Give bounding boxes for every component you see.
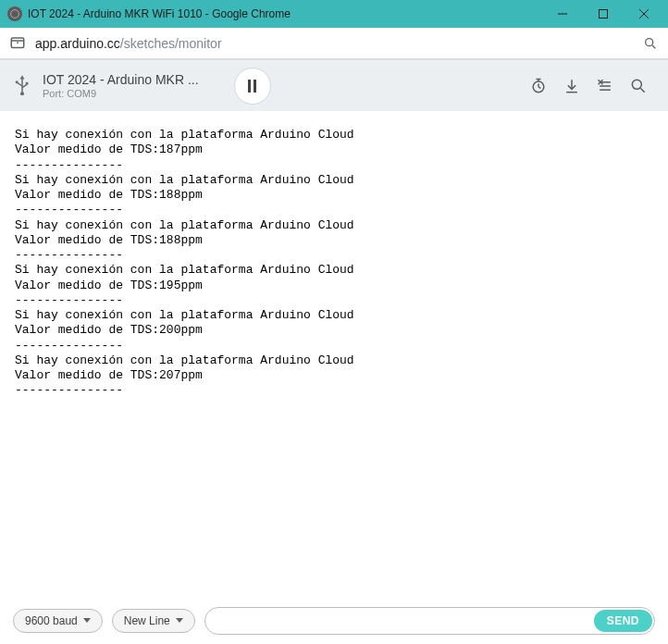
bottom-bar: 9600 baud New Line SEND: [0, 596, 668, 644]
pwa-install-icon[interactable]: [9, 35, 26, 52]
line-ending-select[interactable]: New Line: [112, 609, 195, 633]
svg-point-0: [11, 10, 19, 19]
window-minimize-button[interactable]: [542, 0, 583, 28]
timestamp-button[interactable]: [522, 69, 555, 103]
chevron-down-icon: [83, 618, 91, 623]
chevron-down-icon: [176, 618, 183, 623]
baud-select[interactable]: 9600 baud: [13, 609, 103, 633]
url-host: app.arduino.cc: [35, 36, 120, 51]
serial-console[interactable]: Si hay conexión con la plataforma Arduin…: [0, 111, 668, 596]
svg-point-13: [16, 80, 19, 83]
clear-button[interactable]: [588, 69, 622, 103]
svg-marker-12: [20, 75, 25, 79]
svg-point-11: [20, 92, 24, 95]
search-button[interactable]: [622, 69, 655, 103]
app-favicon: [7, 6, 22, 21]
baud-label: 9600 baud: [25, 614, 78, 627]
monitor-toolbar: IOT 2024 - Arduino MKR ... Port: COM9: [0, 59, 668, 111]
zoom-icon[interactable]: [642, 35, 659, 52]
line-ending-label: New Line: [124, 614, 170, 627]
svg-point-27: [632, 80, 641, 89]
url-text[interactable]: app.arduino.cc/sketches/monitor: [35, 36, 633, 51]
svg-line-28: [641, 88, 645, 92]
window-titlebar: IOT 2024 - Arduino MKR WiFi 1010 - Googl…: [0, 0, 668, 28]
send-button[interactable]: SEND: [594, 610, 652, 632]
svg-line-17: [538, 86, 541, 88]
window-maximize-button[interactable]: [583, 0, 624, 28]
svg-point-6: [17, 42, 19, 43]
svg-point-8: [646, 38, 653, 45]
svg-rect-2: [600, 10, 608, 19]
url-path: /sketches/monitor: [120, 36, 222, 51]
window-close-button[interactable]: [624, 0, 664, 28]
svg-line-9: [652, 45, 655, 48]
pause-button[interactable]: [234, 68, 271, 105]
sketch-port: Port: COM9: [43, 88, 199, 99]
usb-icon: [13, 75, 33, 97]
send-input[interactable]: [204, 607, 655, 635]
window-title: IOT 2024 - Arduino MKR WiFi 1010 - Googl…: [28, 7, 542, 20]
pause-icon: [248, 80, 256, 93]
download-button[interactable]: [555, 69, 588, 103]
address-bar: app.arduino.cc/sketches/monitor: [0, 28, 668, 59]
sketch-info[interactable]: IOT 2024 - Arduino MKR ... Port: COM9: [43, 72, 199, 99]
sketch-title: IOT 2024 - Arduino MKR ...: [43, 72, 199, 87]
svg-rect-14: [26, 81, 29, 84]
